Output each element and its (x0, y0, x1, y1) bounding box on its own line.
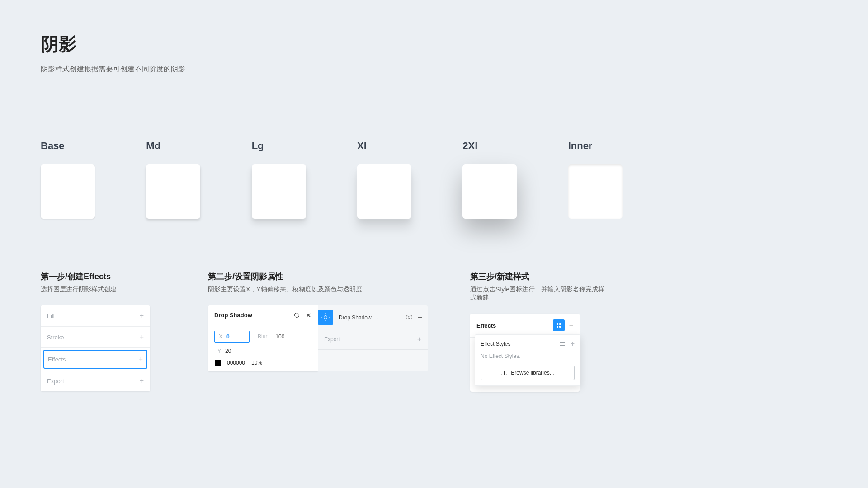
swatch-lg (252, 164, 306, 219)
popover-title: Effect Styles (481, 341, 510, 347)
close-icon[interactable]: ✕ (306, 312, 311, 319)
step-subtitle: 通过点击Style图标进行，并输入阴影名称完成样式新建 (470, 286, 606, 302)
x-offset-field[interactable]: X 0 (214, 331, 250, 343)
swatch-label: Xl (357, 140, 462, 152)
shadow-layer-panel: Drop Shadow ⌄ Export + (318, 305, 428, 371)
blur-value[interactable]: 100 (275, 333, 284, 340)
swatch-label: Md (146, 140, 251, 152)
x-label: X (218, 333, 223, 340)
swatch-col-2xl: 2Xl (462, 140, 568, 219)
panel-header: Effects (476, 322, 496, 329)
plus-icon[interactable]: + (571, 340, 575, 347)
effects-style-panel: Effects + Effect Styles + (470, 314, 580, 392)
panel-row-label: Fill (47, 313, 55, 319)
plus-icon[interactable]: + (139, 356, 143, 363)
visibility-icon[interactable] (406, 315, 412, 319)
swatch-col-xl: Xl (357, 140, 462, 219)
panel-row-label: Stroke (47, 334, 64, 341)
export-label: Export (324, 336, 340, 343)
page-subtitle: 阴影样式创建根据需要可创建不同阶度的阴影 (41, 65, 674, 74)
panel-header: Drop Shadow (214, 312, 252, 319)
swatch-2xl (462, 164, 517, 219)
swatch-label: 2Xl (462, 140, 568, 152)
swatch-label: Base (41, 140, 146, 152)
book-icon (501, 371, 507, 375)
empty-state-text: No Effect Styles. (481, 353, 575, 359)
settings-icon[interactable] (560, 341, 565, 347)
plus-icon[interactable]: + (140, 333, 144, 341)
swatch-base (41, 164, 95, 219)
effect-settings-icon[interactable] (294, 313, 299, 318)
y-label: Y (217, 348, 222, 354)
panel-row-label: Effects (48, 356, 66, 363)
step-subtitle: 选择图层进行阴影样式创建 (41, 286, 208, 294)
effect-type-label[interactable]: Drop Shadow (339, 314, 372, 321)
panel-row-effects[interactable]: Effects + (43, 350, 147, 369)
step-title: 第三步/新建样式 (470, 271, 606, 282)
hex-value[interactable]: 000000 (227, 360, 245, 366)
sun-icon (322, 314, 329, 320)
swatch-md (146, 164, 200, 219)
browse-libraries-button[interactable]: Browse libraries... (481, 366, 575, 380)
color-swatch[interactable] (215, 360, 221, 366)
chevron-down-icon[interactable]: ⌄ (375, 315, 378, 320)
plus-icon[interactable]: + (417, 336, 421, 343)
remove-icon[interactable] (418, 317, 422, 318)
x-value: 0 (226, 333, 230, 340)
styles-toggle-button[interactable] (553, 319, 565, 331)
panel-row-fill[interactable]: Fill + (41, 305, 150, 327)
step-title: 第一步/创建Effects (41, 271, 208, 282)
swatch-label: Inner (568, 140, 674, 152)
swatch-col-md: Md (146, 140, 251, 219)
swatch-label: Lg (252, 140, 357, 152)
blur-label: Blur (258, 333, 267, 340)
step-1: 第一步/创建Effects 选择图层进行阴影样式创建 Fill + Stroke… (41, 271, 208, 392)
panel-row-export[interactable]: Export + (41, 371, 150, 391)
step-2: 第二步/设置阴影属性 阴影主要设置X，Y轴偏移来、模糊度以及颜色与透明度 Dro… (208, 271, 470, 392)
page-title: 阴影 (41, 32, 674, 56)
shadow-swatch-row: Base Md Lg Xl 2Xl Inner (41, 140, 674, 219)
plus-icon[interactable]: + (140, 312, 144, 319)
panel-row-stroke[interactable]: Stroke + (41, 327, 150, 348)
panel-row-label: Export (47, 378, 64, 385)
effect-styles-popover: Effect Styles + No Effect Styles. Browse… (475, 334, 580, 386)
plus-icon[interactable]: + (569, 322, 573, 329)
step-subtitle: 阴影主要设置X，Y轴偏移来、模糊度以及颜色与透明度 (208, 286, 470, 294)
step-title: 第二步/设置阴影属性 (208, 271, 470, 282)
y-value[interactable]: 20 (225, 348, 231, 354)
shadow-settings-panel: Drop Shadow ✕ X 0 Blur (208, 305, 318, 371)
swatch-inner (568, 164, 623, 219)
swatch-col-lg: Lg (252, 140, 357, 219)
opacity-value[interactable]: 10% (251, 360, 262, 366)
effect-type-button[interactable] (318, 310, 333, 325)
swatch-col-base: Base (41, 140, 146, 219)
browse-libraries-label: Browse libraries... (511, 370, 554, 376)
grid-icon (557, 323, 561, 328)
plus-icon[interactable]: + (140, 377, 144, 385)
swatch-col-inner: Inner (568, 140, 674, 219)
step-3: 第三步/新建样式 通过点击Style图标进行，并输入阴影名称完成样式新建 Eff… (470, 271, 606, 392)
effects-panel: Fill + Stroke + Effects + Export + (41, 305, 150, 391)
swatch-xl (357, 164, 411, 219)
